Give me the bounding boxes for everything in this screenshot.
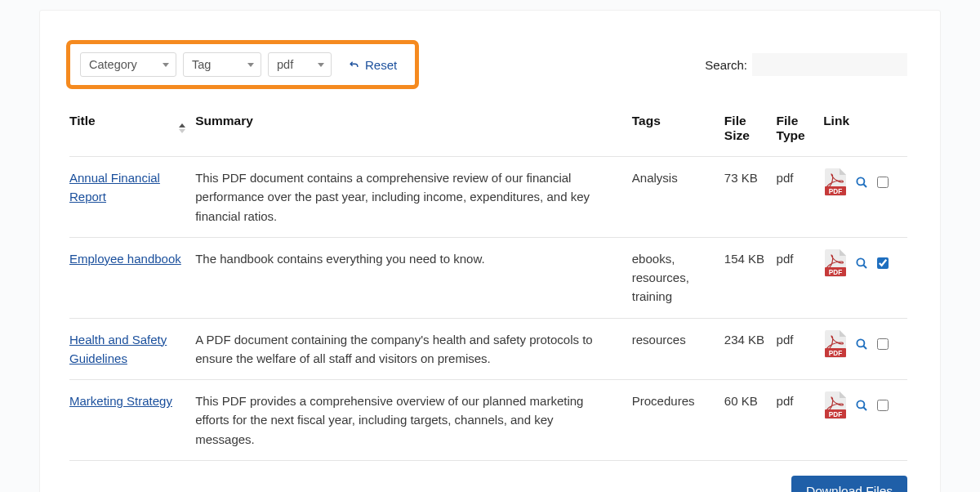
preview-icon[interactable] <box>854 175 869 190</box>
documents-panel: Category Tag pdf Reset Search: <box>39 10 941 492</box>
toolbar: Category Tag pdf Reset Search: <box>69 40 907 89</box>
tag-label: Tag <box>192 58 211 71</box>
chevron-down-icon <box>318 63 324 67</box>
column-title[interactable]: Title <box>69 105 195 157</box>
svg-line-11 <box>863 346 866 349</box>
table-header-row: Title Summary Tags File Size File Type L… <box>69 105 907 157</box>
svg-point-10 <box>858 339 865 347</box>
svg-text:PDF: PDF <box>829 349 842 356</box>
document-size: 60 KB <box>724 380 777 461</box>
table-row: Employee handbookThe handbook contains e… <box>69 237 907 318</box>
document-title-link[interactable]: Health and Safety Guidelines <box>69 333 167 365</box>
document-title-link[interactable]: Annual Financial Report <box>69 171 160 204</box>
filetype-dropdown[interactable]: pdf <box>268 52 332 77</box>
document-title-link[interactable]: Marketing Strategy <box>69 394 172 408</box>
document-tags: Procedures <box>632 380 724 461</box>
documents-table: Title Summary Tags File Size File Type L… <box>69 105 907 461</box>
preview-icon[interactable] <box>854 256 869 271</box>
table-row: Annual Financial ReportThis PDF document… <box>69 157 907 238</box>
svg-line-3 <box>863 184 866 187</box>
filters-highlighted: Category Tag pdf Reset <box>66 40 419 89</box>
undo-icon <box>348 59 360 71</box>
select-row-checkbox[interactable] <box>877 400 889 411</box>
preview-icon[interactable] <box>854 337 869 351</box>
pdf-file-icon[interactable]: PDF <box>823 249 848 277</box>
table-row: Marketing StrategyThis PDF provides a co… <box>69 380 907 461</box>
document-tags: ebooks, resources, training <box>632 237 724 318</box>
search-label: Search: <box>705 58 747 72</box>
sort-desc-icon <box>179 129 185 133</box>
pdf-file-icon[interactable]: PDF <box>823 168 848 196</box>
document-summary: A PDF document containing the company's … <box>195 318 632 380</box>
svg-point-14 <box>858 400 865 408</box>
category-label: Category <box>89 58 137 71</box>
svg-line-15 <box>863 407 866 410</box>
column-type[interactable]: File Type <box>777 105 824 157</box>
sort-asc-icon <box>179 123 185 127</box>
reset-button[interactable]: Reset <box>348 58 397 72</box>
document-summary: This PDF document contains a comprehensi… <box>195 157 632 238</box>
table-footer: Download Files <box>69 476 907 492</box>
document-type: pdf <box>777 380 824 461</box>
svg-text:PDF: PDF <box>829 268 842 275</box>
document-title-link[interactable]: Employee handbook <box>69 252 181 266</box>
category-dropdown[interactable]: Category <box>80 52 176 77</box>
document-type: pdf <box>777 237 824 318</box>
svg-text:PDF: PDF <box>829 188 842 195</box>
svg-point-2 <box>858 177 865 185</box>
document-summary: This PDF provides a comprehensive overvi… <box>195 380 632 461</box>
document-size: 154 KB <box>724 237 777 318</box>
document-type: pdf <box>777 318 824 380</box>
document-tags: resources <box>632 318 724 380</box>
table-row: Health and Safety GuidelinesA PDF docume… <box>69 318 907 380</box>
document-tags: Analysis <box>632 157 724 238</box>
pdf-file-icon[interactable]: PDF <box>823 391 848 419</box>
preview-icon[interactable] <box>854 398 869 413</box>
column-tags[interactable]: Tags <box>632 105 724 157</box>
document-type: pdf <box>777 157 824 238</box>
pdf-file-icon[interactable]: PDF <box>823 330 848 358</box>
select-row-checkbox[interactable] <box>877 257 889 269</box>
document-size: 73 KB <box>724 157 777 238</box>
chevron-down-icon <box>247 63 254 67</box>
select-row-checkbox[interactable] <box>877 338 889 350</box>
svg-point-6 <box>858 258 865 266</box>
tag-dropdown[interactable]: Tag <box>183 52 261 77</box>
reset-label: Reset <box>365 58 397 72</box>
search-input[interactable] <box>752 53 907 76</box>
svg-text:PDF: PDF <box>829 411 842 418</box>
column-link: Link <box>823 105 907 157</box>
document-summary: The handbook contains everything you nee… <box>195 237 632 318</box>
select-row-checkbox[interactable] <box>877 177 889 188</box>
search: Search: <box>705 53 907 76</box>
filetype-label: pdf <box>277 58 293 71</box>
column-summary[interactable]: Summary <box>195 105 632 157</box>
document-size: 234 KB <box>724 318 777 380</box>
download-files-button[interactable]: Download Files <box>791 476 907 492</box>
svg-line-7 <box>863 265 866 268</box>
sort-indicator <box>179 123 185 133</box>
chevron-down-icon <box>163 63 169 67</box>
column-size[interactable]: File Size <box>724 105 777 157</box>
